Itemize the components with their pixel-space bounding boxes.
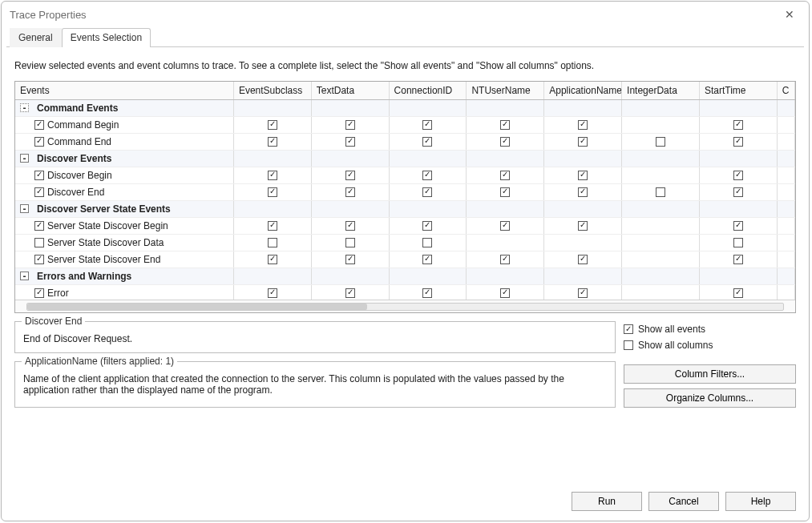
- cancel-button[interactable]: Cancel: [648, 492, 719, 511]
- collapse-toggle-icon[interactable]: -: [20, 154, 29, 163]
- collapse-toggle-icon[interactable]: -: [20, 272, 29, 280]
- column-checkbox[interactable]: [500, 171, 510, 180]
- column-checkbox[interactable]: [268, 187, 277, 197]
- column-checkbox[interactable]: [500, 137, 510, 147]
- column-checkbox[interactable]: [345, 288, 355, 298]
- tab-events-selection[interactable]: Events Selection: [62, 28, 151, 47]
- group-header[interactable]: -Command Events: [15, 99, 233, 116]
- column-description-body: Name of the client application that crea…: [23, 373, 607, 396]
- column-checkbox[interactable]: [422, 238, 432, 247]
- column-checkbox[interactable]: [345, 238, 355, 247]
- collapse-toggle-icon[interactable]: -: [20, 103, 29, 112]
- column-checkbox[interactable]: [422, 171, 432, 180]
- titlebar: Trace Properties ✕: [2, 2, 809, 27]
- column-checkbox[interactable]: [422, 255, 432, 264]
- column-checkbox[interactable]: [578, 171, 588, 180]
- column-checkbox[interactable]: [733, 187, 743, 197]
- column-checkbox[interactable]: [733, 255, 743, 264]
- event-row[interactable]: Server State Discover Begin: [15, 217, 795, 234]
- event-name-label: Command End: [47, 136, 111, 147]
- event-name-label: Error: [47, 288, 69, 299]
- organize-columns-button[interactable]: Organize Columns...: [624, 388, 796, 408]
- column-checkbox[interactable]: [578, 120, 588, 130]
- group-header[interactable]: -Discover Server State Events: [15, 200, 233, 217]
- event-row[interactable]: Server State Discover End: [15, 251, 795, 268]
- column-checkbox[interactable]: [268, 238, 277, 247]
- column-checkbox[interactable]: [345, 137, 355, 147]
- column-checkbox[interactable]: [345, 187, 355, 197]
- column-header[interactable]: NTUserName: [467, 82, 544, 99]
- column-checkbox[interactable]: [656, 137, 665, 147]
- run-button[interactable]: Run: [572, 492, 642, 511]
- column-checkbox[interactable]: [422, 288, 432, 298]
- event-select-checkbox[interactable]: [34, 288, 44, 298]
- column-checkbox[interactable]: [345, 171, 355, 180]
- column-checkbox[interactable]: [268, 171, 277, 180]
- column-header[interactable]: StartTime: [699, 82, 777, 99]
- group-header[interactable]: -Errors and Warnings: [15, 268, 233, 284]
- column-checkbox[interactable]: [345, 120, 355, 130]
- event-select-checkbox[interactable]: [34, 221, 44, 231]
- event-row[interactable]: Command Begin: [15, 116, 795, 133]
- column-header[interactable]: ApplicationName: [544, 82, 622, 99]
- column-checkbox[interactable]: [422, 187, 432, 197]
- column-checkbox[interactable]: [578, 221, 588, 231]
- group-header[interactable]: -Discover Events: [15, 150, 233, 167]
- event-description-body: End of Discover Request.: [23, 333, 607, 344]
- column-header[interactable]: TextData: [311, 82, 389, 99]
- event-select-checkbox[interactable]: [34, 171, 44, 180]
- column-header[interactable]: IntegerData: [622, 82, 700, 99]
- column-checkbox[interactable]: [500, 288, 510, 298]
- column-checkbox[interactable]: [578, 288, 588, 298]
- column-header[interactable]: ConnectionID: [389, 82, 467, 99]
- column-checkbox[interactable]: [733, 120, 743, 130]
- event-row[interactable]: Command End: [15, 133, 795, 150]
- event-row[interactable]: Discover End: [15, 183, 795, 200]
- event-row[interactable]: Error: [15, 284, 795, 300]
- collapse-toggle-icon[interactable]: -: [20, 204, 29, 213]
- column-checkbox[interactable]: [268, 288, 277, 298]
- column-checkbox[interactable]: [422, 221, 432, 231]
- column-checkbox[interactable]: [500, 255, 510, 264]
- tab-general[interactable]: General: [10, 28, 62, 47]
- show-all-columns-checkbox[interactable]: [624, 340, 633, 350]
- event-select-checkbox[interactable]: [34, 120, 44, 130]
- column-header[interactable]: C: [777, 82, 794, 99]
- column-checkbox[interactable]: [733, 238, 743, 247]
- event-select-checkbox[interactable]: [34, 137, 44, 147]
- column-checkbox[interactable]: [268, 255, 277, 264]
- column-checkbox[interactable]: [656, 187, 665, 197]
- column-filters-button[interactable]: Column Filters...: [624, 364, 796, 384]
- column-checkbox[interactable]: [733, 171, 743, 180]
- event-select-checkbox[interactable]: [34, 238, 44, 247]
- column-checkbox[interactable]: [733, 137, 743, 147]
- column-checkbox[interactable]: [268, 120, 277, 130]
- horizontal-scrollbar[interactable]: [15, 300, 795, 312]
- help-button[interactable]: Help: [725, 492, 796, 511]
- event-select-checkbox[interactable]: [34, 255, 44, 264]
- column-checkbox[interactable]: [268, 137, 277, 147]
- column-checkbox[interactable]: [733, 288, 743, 298]
- column-checkbox[interactable]: [733, 221, 743, 231]
- column-checkbox[interactable]: [500, 187, 510, 197]
- event-row[interactable]: Discover Begin: [15, 167, 795, 183]
- close-icon[interactable]: ✕: [780, 6, 799, 22]
- column-header[interactable]: Events: [15, 82, 233, 99]
- column-checkbox[interactable]: [345, 221, 355, 231]
- show-all-events-checkbox[interactable]: [624, 324, 633, 334]
- event-description-box: Discover End End of Discover Request.: [14, 321, 616, 353]
- column-checkbox[interactable]: [422, 137, 432, 147]
- event-row[interactable]: Server State Discover Data: [15, 234, 795, 251]
- column-header[interactable]: EventSubclass: [233, 82, 311, 99]
- column-checkbox[interactable]: [422, 120, 432, 130]
- column-checkbox[interactable]: [345, 255, 355, 264]
- event-select-checkbox[interactable]: [34, 187, 44, 197]
- column-checkbox[interactable]: [268, 221, 277, 231]
- column-checkbox[interactable]: [578, 255, 588, 264]
- grid-scroll[interactable]: EventsEventSubclassTextDataConnectionIDN…: [15, 82, 795, 300]
- column-checkbox[interactable]: [500, 120, 510, 130]
- column-checkbox[interactable]: [578, 137, 588, 147]
- dialog-footer: Run Cancel Help: [2, 484, 809, 521]
- column-checkbox[interactable]: [578, 187, 588, 197]
- column-checkbox[interactable]: [500, 221, 510, 231]
